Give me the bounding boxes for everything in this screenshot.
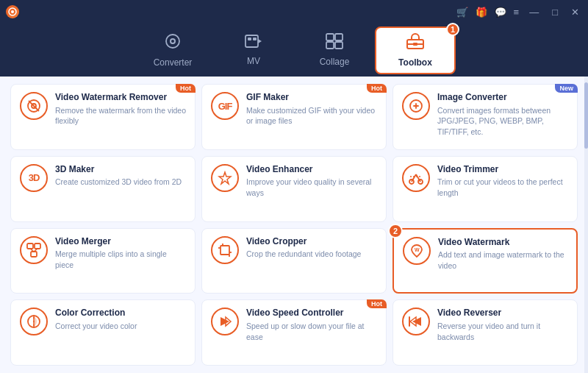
maximize-button[interactable]: □ <box>549 7 561 18</box>
nav-mv-wrap: MV <box>213 26 294 74</box>
video-merger-desc: Merge multiple clips into a single piece <box>55 249 186 270</box>
video-speed-controller-badge: Hot <box>367 299 387 308</box>
svg-line-18 <box>29 101 39 111</box>
video-speed-controller-title: Video Speed Controller <box>246 308 377 319</box>
video-watermark-step: 2 <box>388 224 403 238</box>
collage-icon <box>326 33 343 54</box>
video-merger-icon <box>20 236 48 264</box>
video-merger-title: Video Merger <box>55 236 186 248</box>
svg-marker-20 <box>219 172 231 184</box>
nav-collage[interactable]: Collage <box>294 26 375 74</box>
svg-rect-28 <box>31 252 37 257</box>
svg-rect-31 <box>220 246 229 255</box>
svg-point-4 <box>171 40 174 43</box>
svg-point-41 <box>33 324 35 326</box>
video-trimmer-icon <box>402 164 430 192</box>
tool-card-video-watermark[interactable]: 2 W Video Watermark Add text and image w… <box>392 228 578 294</box>
image-converter-icon <box>402 92 430 120</box>
gif-maker-icon: GIF <box>211 92 239 120</box>
video-enhancer-desc: Improve your video quality in several wa… <box>246 177 377 198</box>
minimize-button[interactable]: — <box>526 7 542 18</box>
video-enhancer-info: Video Enhancer Improve your video qualit… <box>246 164 377 199</box>
title-bar-right: 🛒 🎁 💬 ≡ — □ ✕ <box>456 7 582 18</box>
video-cropper-info: Video Cropper Crop the redundant video f… <box>246 236 377 260</box>
tool-card-image-converter[interactable]: New Image Converter Convert images forma… <box>392 84 578 150</box>
color-correction-info: Color Correction Correct your video colo… <box>55 308 186 331</box>
3d-maker-title: 3D Maker <box>55 164 186 176</box>
video-watermark-remover-title: Video Watermark Remover <box>55 92 186 104</box>
chat-icon[interactable]: 💬 <box>495 7 506 18</box>
image-converter-info: Image Converter Convert images formats b… <box>437 92 568 138</box>
toolbox-step-badge: 1 <box>446 23 459 36</box>
tool-card-video-speed-controller[interactable]: Hot Video Speed Controller Speed up or s… <box>201 299 387 366</box>
svg-rect-27 <box>35 244 40 249</box>
image-converter-desc: Convert images formats between JPG/JPEG,… <box>437 105 568 138</box>
svg-rect-11 <box>335 42 343 49</box>
tool-card-3d-maker[interactable]: 3D 3D Maker Create customized 3D video f… <box>10 156 196 222</box>
close-button[interactable]: ✕ <box>568 7 582 18</box>
gift-icon[interactable]: 🎁 <box>476 7 487 18</box>
gif-maker-title: GIF Maker <box>246 92 377 104</box>
video-watermark-title: Video Watermark <box>438 237 567 249</box>
video-enhancer-icon <box>211 164 239 192</box>
svg-rect-26 <box>27 244 33 249</box>
3d-maker-desc: Create customized 3D video from 2D <box>55 177 186 188</box>
video-watermark-remover-desc: Remove the watermark from the video flex… <box>55 105 186 127</box>
tool-card-video-cropper[interactable]: Video Cropper Crop the redundant video f… <box>201 228 387 294</box>
video-cropper-icon <box>211 236 239 264</box>
tool-card-color-correction[interactable]: Color Correction Correct your video colo… <box>10 299 196 366</box>
tool-card-video-merger[interactable]: Video Merger Merge multiple clips into a… <box>10 228 196 294</box>
svg-text:W: W <box>415 247 420 252</box>
nav-toolbox-wrap: 1 Toolbox <box>375 26 456 74</box>
svg-rect-5 <box>245 35 258 47</box>
tool-card-video-trimmer[interactable]: Video Trimmer Trim or cut your videos to… <box>392 156 578 222</box>
tool-card-video-reverser[interactable]: Video Reverser Reverse your video and tu… <box>392 299 578 366</box>
video-speed-controller-info: Video Speed Controller Speed up or slow … <box>246 308 377 342</box>
title-bar: 🛒 🎁 💬 ≡ — □ ✕ <box>0 0 588 24</box>
color-correction-icon <box>20 308 48 335</box>
video-reverser-desc: Reverse your video and turn it backwards <box>437 321 568 342</box>
3d-maker-info: 3D Maker Create customized 3D video from… <box>55 164 186 188</box>
mv-icon <box>245 34 262 53</box>
color-correction-desc: Correct your video color <box>55 321 186 332</box>
gif-maker-desc: Make customized GIF with your video or i… <box>246 105 377 127</box>
nav-bar: Converter MV <box>0 24 588 77</box>
video-trimmer-info: Video Trimmer Trim or cut your videos to… <box>437 164 568 199</box>
color-correction-title: Color Correction <box>55 308 186 319</box>
nav-converter-wrap: Converter <box>132 26 213 74</box>
svg-rect-6 <box>248 38 251 40</box>
nav-collage-label: Collage <box>320 57 350 67</box>
video-cropper-title: Video Cropper <box>246 236 377 248</box>
nav-mv-label: MV <box>247 56 260 66</box>
video-merger-info: Video Merger Merge multiple clips into a… <box>55 236 186 271</box>
nav-collage-wrap: Collage <box>294 26 375 74</box>
nav-toolbox[interactable]: Toolbox <box>375 26 456 74</box>
gif-maker-info: GIF Maker Make customized GIF with your … <box>246 92 377 127</box>
video-watermark-info: Video Watermark Add text and image water… <box>438 237 567 271</box>
video-watermark-desc: Add text and image watermark to the vide… <box>438 249 567 271</box>
nav-toolbox-label: Toolbox <box>398 57 432 68</box>
svg-rect-13 <box>413 43 417 46</box>
nav-converter[interactable]: Converter <box>132 26 213 74</box>
cart-icon[interactable]: 🛒 <box>456 7 468 18</box>
tool-card-gif-maker[interactable]: Hot GIF GIF Maker Make customized GIF wi… <box>201 84 387 150</box>
image-converter-badge: New <box>555 84 578 93</box>
gif-maker-badge: Hot <box>367 84 387 93</box>
title-bar-left <box>6 5 24 18</box>
menu-icon[interactable]: ≡ <box>514 7 520 18</box>
tools-grid: Hot Video Watermark Remover Remove the w… <box>0 77 588 373</box>
converter-icon <box>164 32 182 54</box>
app-logo <box>6 5 19 18</box>
tool-card-video-enhancer[interactable]: Video Enhancer Improve your video qualit… <box>201 156 387 222</box>
video-watermark-remover-icon <box>20 92 48 120</box>
svg-point-39 <box>33 317 35 319</box>
tool-card-video-watermark-remover[interactable]: Hot Video Watermark Remover Remove the w… <box>10 84 196 150</box>
nav-mv[interactable]: MV <box>213 26 294 74</box>
svg-point-1 <box>11 10 14 13</box>
video-cropper-desc: Crop the redundant video footage <box>246 249 377 260</box>
svg-rect-9 <box>335 34 343 40</box>
video-reverser-info: Video Reverser Reverse your video and tu… <box>437 308 568 342</box>
video-reverser-icon <box>402 308 430 335</box>
svg-rect-7 <box>253 38 257 40</box>
video-watermark-icon: W <box>403 237 431 265</box>
